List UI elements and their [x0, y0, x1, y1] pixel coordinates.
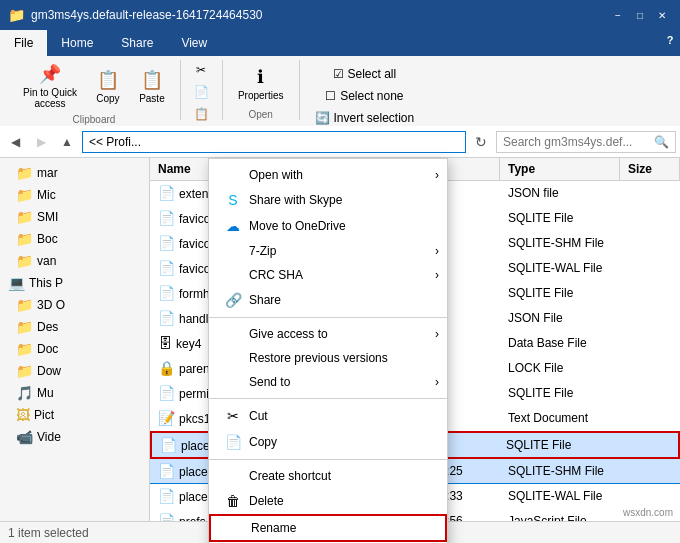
menu-item-delete[interactable]: 🗑 Delete: [209, 488, 447, 514]
menu-label-shortcut: Create shortcut: [249, 469, 331, 483]
sidebar-item-mu[interactable]: 🎵 Mu: [0, 382, 149, 404]
menu-label-open-with: Open with: [249, 168, 303, 182]
close-button[interactable]: ✕: [652, 5, 672, 25]
cut-button[interactable]: ✂: [189, 60, 213, 80]
help-button[interactable]: ?: [660, 30, 680, 50]
search-input[interactable]: [503, 135, 650, 149]
folder-icon-boc: 📁: [16, 231, 33, 247]
sidebar-item-mic[interactable]: 📁 Mic: [0, 184, 149, 206]
invert-icon: 🔄: [315, 111, 330, 125]
sidebar-label-vide: Vide: [37, 430, 61, 444]
menu-item-onedrive[interactable]: ☁ Move to OneDrive: [209, 213, 447, 239]
column-type[interactable]: Type: [500, 158, 620, 180]
sidebar-item-3d[interactable]: 📁 3D O: [0, 294, 149, 316]
menu-item-shortcut[interactable]: Create shortcut: [209, 464, 447, 488]
folder-icon-mic: 📁: [16, 187, 33, 203]
select-none-label: Select none: [340, 89, 403, 103]
sidebar-item-boc[interactable]: 📁 Boc: [0, 228, 149, 250]
arrow-icon-access: ›: [435, 327, 439, 341]
sidebar-item-dow[interactable]: 📁 Dow: [0, 360, 149, 382]
select-all-button[interactable]: ☑ Select all: [326, 64, 404, 84]
sidebar-label-boc: Boc: [37, 232, 58, 246]
folder-icon-van: 📁: [16, 253, 33, 269]
column-size[interactable]: Size: [620, 158, 680, 180]
paste-to-button[interactable]: 📋: [187, 104, 216, 124]
sidebar-item-mar[interactable]: 📁 mar: [0, 162, 149, 184]
sidebar-item-vide[interactable]: 📹 Vide: [0, 426, 149, 448]
up-button[interactable]: ▲: [56, 131, 78, 153]
properties-button[interactable]: ℹ Properties: [231, 63, 291, 104]
sidebar-item-doc[interactable]: 📁 Doc: [0, 338, 149, 360]
sidebar-item-smi[interactable]: 📁 SMI: [0, 206, 149, 228]
ribbon-group-items: 📌 Pin to Quickaccess 📋 Copy 📋 Paste: [16, 60, 172, 112]
menu-label-share-skype: Share with Skype: [249, 193, 342, 207]
menu-item-open-with[interactable]: Open with ›: [209, 163, 447, 187]
clipboard-label: Clipboard: [73, 114, 116, 125]
back-button[interactable]: ◀: [4, 131, 26, 153]
menu-separator-2: [209, 398, 447, 399]
context-menu: Open with › S Share with Skype ☁ Move to…: [208, 158, 448, 543]
tab-share[interactable]: Share: [107, 30, 167, 56]
menu-item-cut[interactable]: ✂ Cut: [209, 403, 447, 429]
sidebar-label-mu: Mu: [37, 386, 54, 400]
arrow-icon-7zip: ›: [435, 244, 439, 258]
menu-item-7zip[interactable]: 7-Zip ›: [209, 239, 447, 263]
menu-item-copy[interactable]: 📄 Copy: [209, 429, 447, 455]
refresh-button[interactable]: ↻: [470, 131, 492, 153]
address-input[interactable]: [82, 131, 466, 153]
watermark: wsxdn.com: [620, 506, 676, 519]
window-controls: − □ ✕: [608, 5, 672, 25]
pin-label: Pin to Quickaccess: [23, 87, 77, 109]
invert-selection-button[interactable]: 🔄 Invert selection: [308, 108, 422, 128]
forward-button[interactable]: ▶: [30, 131, 52, 153]
sidebar-label-mar: mar: [37, 166, 58, 180]
menu-item-rename[interactable]: Rename: [209, 514, 447, 542]
menu-label-share: Share: [249, 293, 281, 307]
sidebar-item-pict[interactable]: 🖼 Pict: [0, 404, 149, 426]
copy-icon: 📋: [97, 69, 119, 91]
video-icon: 📹: [16, 429, 33, 445]
title-bar: 📁 gm3ms4ys.default-release-1641724464530…: [0, 0, 680, 30]
paste-button[interactable]: 📋 Paste: [132, 66, 172, 107]
sidebar-label-van: van: [37, 254, 56, 268]
maximize-button[interactable]: □: [630, 5, 650, 25]
sidebar-item-van[interactable]: 📁 van: [0, 250, 149, 272]
properties-label: Properties: [238, 90, 284, 101]
menu-item-give-access[interactable]: Give access to ›: [209, 322, 447, 346]
select-all-icon: ☑: [333, 67, 344, 81]
onedrive-icon: ☁: [225, 218, 241, 234]
scissors-icon: ✂: [196, 63, 206, 77]
ribbon-group-select: ☑ Select all ☐ Select none 🔄 Invert sele…: [300, 60, 430, 120]
select-group-items: ☑ Select all ☐ Select none 🔄 Invert sele…: [308, 60, 422, 128]
tab-home[interactable]: Home: [47, 30, 107, 56]
menu-item-restore[interactable]: Restore previous versions: [209, 346, 447, 370]
menu-item-crcsha[interactable]: CRC SHA ›: [209, 263, 447, 287]
menu-item-share-skype[interactable]: S Share with Skype: [209, 187, 447, 213]
copy-small-button[interactable]: 📄: [187, 82, 216, 102]
select-all-label: Select all: [348, 67, 397, 81]
arrow-icon: ›: [435, 168, 439, 182]
pin-quick-access-button[interactable]: 📌 Pin to Quickaccess: [16, 60, 84, 112]
status-text: 1 item selected: [8, 526, 89, 540]
menu-item-send-to[interactable]: Send to ›: [209, 370, 447, 394]
menu-label-restore: Restore previous versions: [249, 351, 388, 365]
folder-icon-des: 📁: [16, 319, 33, 335]
folder-icon-dow: 📁: [16, 363, 33, 379]
sidebar-label-doc: Doc: [37, 342, 58, 356]
menu-label-cut: Cut: [249, 409, 268, 423]
copy-button[interactable]: 📋 Copy: [88, 66, 128, 107]
ribbon-tabs: File Home Share View ?: [0, 30, 680, 56]
menu-item-share[interactable]: 🔗 Share: [209, 287, 447, 313]
sidebar-label-mic: Mic: [37, 188, 56, 202]
sidebar-item-thispc[interactable]: 💻 This P: [0, 272, 149, 294]
minimize-button[interactable]: −: [608, 5, 628, 25]
sidebar-item-des[interactable]: 📁 Des: [0, 316, 149, 338]
sidebar-label-3d: 3D O: [37, 298, 65, 312]
tab-file[interactable]: File: [0, 30, 47, 56]
select-none-button[interactable]: ☐ Select none: [318, 86, 410, 106]
menu-separator-1: [209, 317, 447, 318]
menu-label-7zip: 7-Zip: [249, 244, 276, 258]
search-icon: 🔍: [654, 135, 669, 149]
tab-view[interactable]: View: [167, 30, 221, 56]
menu-label-give-access: Give access to: [249, 327, 328, 341]
